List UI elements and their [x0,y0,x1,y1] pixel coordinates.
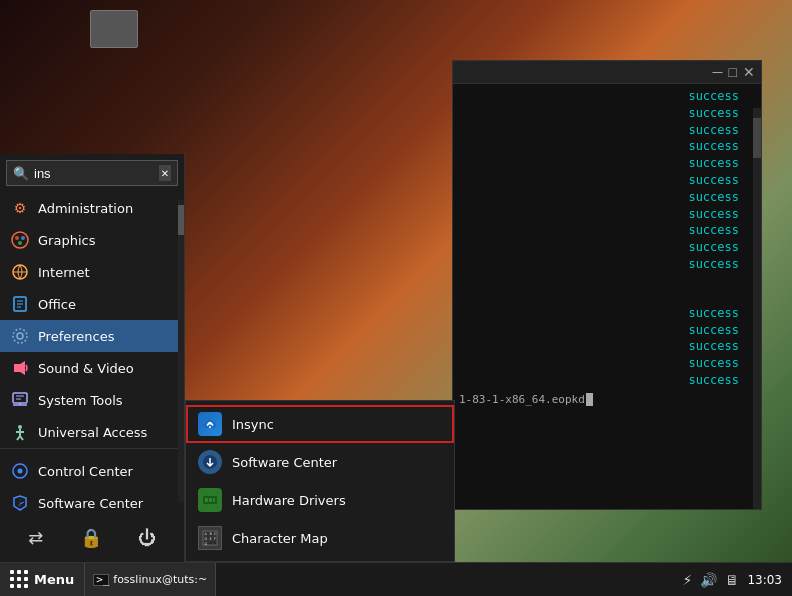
sidebar-item-office[interactable]: Office [0,288,184,320]
desktop-icon-graphic [90,10,138,48]
maximize-button[interactable]: □ [729,65,737,79]
search-input[interactable] [34,166,154,181]
screen-icon[interactable]: 🖥 [725,572,739,588]
svg-text:F: F [214,537,216,541]
logout-button[interactable]: ⇄ [28,527,43,548]
svg-point-18 [18,425,22,429]
svg-text:D: D [205,537,208,541]
character-map-icon: A B C D E F G [198,526,222,550]
menu-bottom-actions: ⇄ 🔒 ⏻ [0,519,184,556]
sidebar-item-graphics[interactable]: Graphics [0,224,184,256]
taskbar-right: ⚡ 🔊 🖥 13:03 [673,572,792,588]
terminal-prompt-text: 1-83-1-x86_64.eopkd [459,393,585,406]
taskbar-terminal-label: fosslinux@tuts:~ [113,573,207,586]
taskbar-menu-button[interactable]: Menu [0,563,85,596]
svg-rect-28 [205,498,208,502]
bluetooth-icon[interactable]: ⚡ [683,572,693,588]
svg-rect-29 [209,498,212,502]
search-result-software-center[interactable]: Software Center [186,443,454,481]
sidebar-item-administration[interactable]: ⚙ Administration [0,192,184,224]
control-center-icon [10,461,30,481]
svg-rect-13 [13,393,27,403]
svg-rect-30 [213,498,215,502]
svg-point-11 [13,329,27,343]
menu-scrollbar-thumb[interactable] [178,205,184,235]
software-center-result-icon [198,450,222,474]
taskbar-menu-label: Menu [34,572,74,587]
search-result-hardware-drivers[interactable]: Hardware Drivers [186,481,454,519]
svg-point-0 [12,232,28,248]
terminal-scrollbar-thumb[interactable] [753,118,761,158]
administration-icon: ⚙ [10,198,30,218]
sidebar-item-sound-video[interactable]: Sound & Video [0,352,184,384]
svg-point-24 [18,469,23,474]
svg-marker-12 [14,361,25,375]
search-icon: 🔍 [13,166,29,181]
terminal-success-group-1: success success success success success … [455,88,759,273]
graphics-icon [10,230,30,250]
taskbar-terminal-item[interactable]: >_ fosslinux@tuts:~ [85,563,216,596]
sound-video-icon [10,358,30,378]
minimize-button[interactable]: ─ [713,65,723,79]
terminal-content: success success success success success … [453,84,761,412]
lock-button[interactable]: 🔒 [80,527,102,548]
software-center-icon [10,493,30,513]
search-results-dropdown: Insync Software Center Har [185,400,455,562]
svg-line-22 [20,436,23,440]
hardware-drivers-icon [198,488,222,512]
sidebar-item-universal-access[interactable]: Universal Access [0,416,184,448]
svg-point-1 [15,236,19,240]
taskbar: Menu >_ fosslinux@tuts:~ ⚡ 🔊 🖥 13:03 [0,562,792,596]
taskbar-time: 13:03 [747,573,782,587]
menu-items-list: ⚙ Administration Graphics [0,192,184,448]
terminal-window: ─ □ ✕ success success success success su… [452,60,762,510]
terminal-titlebar: ─ □ ✕ [453,61,761,84]
shutdown-button[interactable]: ⏻ [138,527,156,548]
volume-icon[interactable]: 🔊 [700,572,717,588]
universal-access-icon [10,422,30,442]
insync-icon [198,412,222,436]
svg-point-3 [18,241,22,245]
sidebar-item-control-center[interactable]: Control Center [0,455,184,487]
search-clear-button[interactable]: ✕ [159,165,171,181]
terminal-prompt-line: 1-83-1-x86_64.eopkd [455,391,759,408]
search-result-insync[interactable]: Insync [186,405,454,443]
menu-bottom: Control Center Software Center ⇄ 🔒 ⏻ [0,448,184,562]
svg-text:G: G [205,542,208,546]
sidebar-item-software-center[interactable]: Software Center [0,487,184,519]
terminal-scrollbar[interactable] [753,108,761,509]
menu-grid-icon [10,570,29,589]
app-menu: 🔍 ✕ ⚙ Administration Graphics [0,154,185,562]
terminal-taskbar-icon: >_ [93,574,109,586]
sidebar-item-preferences[interactable]: Preferences [0,320,184,352]
system-tools-icon [10,390,30,410]
svg-point-2 [21,236,25,240]
internet-icon [10,262,30,282]
close-button[interactable]: ✕ [743,65,755,79]
terminal-success-group-2: success success success success success [455,305,759,389]
desktop-icon [90,10,138,48]
menu-scrollbar[interactable] [178,200,184,502]
search-result-character-map[interactable]: A B C D E F G Character Map [186,519,454,557]
office-icon [10,294,30,314]
svg-point-25 [209,426,211,428]
sidebar-item-system-tools[interactable]: System Tools [0,384,184,416]
terminal-cursor [586,393,593,406]
search-bar: 🔍 ✕ [6,160,178,186]
desktop: ─ □ ✕ success success success success su… [0,0,792,596]
svg-point-10 [17,333,23,339]
sidebar-item-internet[interactable]: Internet [0,256,184,288]
svg-text:E: E [210,537,212,541]
preferences-icon [10,326,30,346]
